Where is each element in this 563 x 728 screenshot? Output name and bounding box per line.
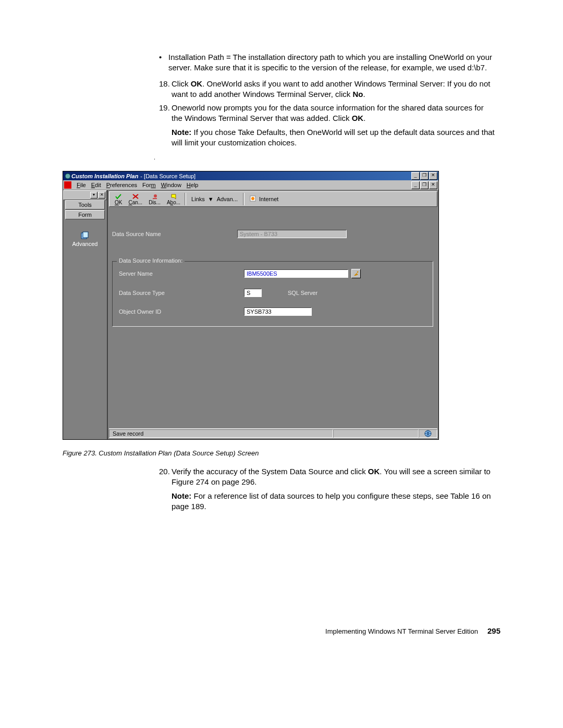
display-icon	[151, 193, 158, 200]
dropdown-icon[interactable]: ▼	[208, 196, 214, 202]
side-item-advanced[interactable]: Advanced	[63, 231, 107, 247]
main-area: OK Can... Dis... Abo...	[107, 190, 438, 439]
side-tab-tools[interactable]: Tools	[65, 200, 105, 209]
inner-minimize-button[interactable]: _	[411, 181, 420, 189]
svg-point-8	[251, 197, 254, 200]
toolbar-display[interactable]: Dis...	[145, 193, 164, 205]
form-content: Data Source Name System - B733 Data Sour…	[109, 208, 437, 427]
side-panel: ▾ ✕ Tools Form Advanced	[63, 190, 107, 439]
documents-icon	[80, 231, 90, 240]
toolbar-cancel[interactable]: Can...	[125, 193, 145, 205]
svg-marker-9	[354, 273, 358, 276]
toolbar-links: Links ▼ Advan...	[187, 196, 242, 202]
internet-icon	[250, 195, 256, 203]
side-panel-header: ▾ ✕	[63, 190, 107, 200]
menu-edit[interactable]: Edit	[91, 182, 101, 188]
side-dropdown-button[interactable]: ▾	[90, 192, 97, 199]
label-ds-type: Data Source Type	[119, 290, 244, 296]
page-number: 295	[487, 626, 500, 635]
label-ds-type-desc: SQL Server	[288, 290, 317, 296]
input-ds-type-code[interactable]: S	[244, 289, 262, 297]
svg-rect-6	[153, 198, 157, 199]
side-tab-form[interactable]: Form	[65, 210, 105, 219]
svg-line-10	[357, 272, 358, 273]
x-icon	[132, 193, 139, 200]
minimize-button[interactable]: _	[411, 172, 420, 180]
titlebar: Custom Installation Plan - [Data Source …	[63, 171, 438, 180]
note-1: Note: If you chose Take Defaults, then O…	[172, 127, 495, 149]
label-owner-id: Object Owner ID	[119, 309, 244, 315]
menu-file[interactable]: File	[77, 182, 86, 188]
menu-form[interactable]: Form	[142, 182, 156, 188]
maximize-button[interactable]: ❐	[420, 172, 429, 180]
side-close-button[interactable]: ✕	[98, 192, 105, 199]
toolbar-ok[interactable]: OK	[112, 193, 125, 205]
footer-title: Implementing Windows NT Terminal Server …	[325, 627, 478, 635]
help-icon	[170, 193, 177, 200]
toolbar-about[interactable]: Abo...	[164, 193, 183, 205]
status-bar: Save record	[109, 428, 437, 438]
group-title: Data Source Information:	[117, 257, 185, 264]
app-window: Custom Installation Plan - [Data Source …	[63, 171, 439, 440]
input-owner-id[interactable]: SYSB733	[244, 307, 312, 316]
svg-point-0	[65, 174, 70, 179]
step-20: 20. Verify the accuracy of the System Da…	[159, 466, 495, 488]
status-text: Save record	[109, 429, 333, 438]
label-server-name: Server Name	[119, 270, 244, 277]
svg-rect-2	[83, 232, 88, 238]
status-globe-icon	[419, 429, 437, 438]
step-19: 19. Oneworld now prompts you for the dat…	[159, 103, 495, 124]
page-footer: Implementing Windows NT Terminal Server …	[63, 626, 500, 635]
svg-point-5	[154, 194, 157, 198]
input-ds-name[interactable]: System - B733	[237, 230, 347, 238]
flashlight-icon	[353, 271, 359, 276]
lookup-button[interactable]	[351, 269, 361, 278]
toolbar-internet[interactable]: Internet	[259, 196, 278, 202]
close-button[interactable]: ✕	[429, 172, 437, 180]
bullet-install-path: • Installation Path = The installation d…	[159, 52, 495, 73]
note-2: Note: For a reference list of data sourc…	[172, 491, 495, 512]
inner-restore-button[interactable]: ❐	[420, 181, 429, 189]
label-ds-name: Data Source Name	[112, 231, 237, 237]
step-18: 18. Click OK. OneWorld asks if you want …	[159, 79, 495, 100]
group-ds-info: Data Source Information: Server Name IBM…	[112, 261, 433, 327]
app-logo-icon	[64, 181, 71, 189]
inner-close-button[interactable]: ✕	[429, 181, 437, 189]
figure-caption: Figure 273. Custom Installation Plan (Da…	[63, 449, 500, 457]
toolbar-advan[interactable]: Advan...	[217, 196, 238, 202]
menu-help[interactable]: Help	[187, 182, 199, 188]
window-title: Custom Installation Plan	[71, 173, 138, 179]
menu-window[interactable]: Window	[161, 182, 181, 188]
menu-bar: File Edit Preferences Form Window Help _…	[63, 180, 438, 190]
check-icon	[115, 193, 122, 200]
toolbar: OK Can... Dis... Abo...	[109, 191, 437, 207]
menu-preferences[interactable]: Preferences	[106, 182, 137, 188]
input-server-name[interactable]: IBM5500ES	[244, 269, 348, 278]
